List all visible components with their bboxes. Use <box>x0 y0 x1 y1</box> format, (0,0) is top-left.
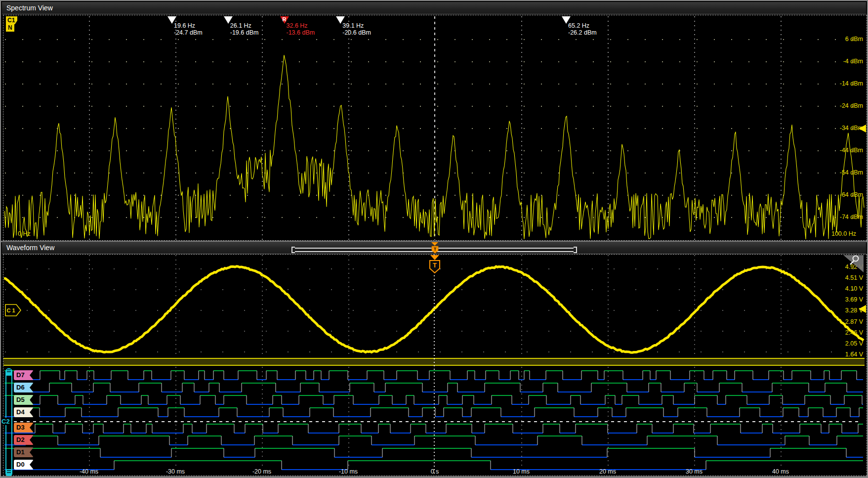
digital-v-gridline <box>694 367 695 469</box>
voltage-tick-label: 4.10 V <box>833 285 863 292</box>
spectrum-amplitude-tick-label: -74 dBm <box>828 214 863 220</box>
digital-v-gridline <box>521 367 522 469</box>
digital-v-gridline <box>175 367 176 469</box>
spectrum-center-gridline <box>434 16 435 240</box>
waveform-v-gridline <box>608 255 609 357</box>
time-tick-label: 10 ms <box>513 468 530 475</box>
digital-group-badge[interactable]: C2 <box>1 418 10 425</box>
trigger-mini-arrow-icon[interactable] <box>431 242 438 246</box>
marker-readout: 26.1 Hz-19.6 dBm <box>230 23 259 36</box>
marker-amplitude-value: -13.6 dBm <box>287 30 315 37</box>
voltage-tick-label: 2.46 V <box>833 329 863 336</box>
waveform-v-gridline <box>175 255 176 357</box>
spectrum-start-frequency-label: 0 Hz <box>18 230 31 237</box>
spectrum-amplitude-tick-label: -4 dBm <box>828 58 863 65</box>
marker-amplitude-value: -26.2 dBm <box>568 30 597 37</box>
marker-frequency-value: 65.2 Hz <box>568 23 597 30</box>
scrollbar-track[interactable] <box>295 248 574 252</box>
time-tick-label: -10 ms <box>339 468 358 475</box>
waveform-v-gridline <box>781 255 782 357</box>
waveform-v-gridline <box>521 255 522 357</box>
voltage-tick-label: 4.51 V <box>833 274 863 281</box>
bottom-border <box>1 476 867 478</box>
spectrum-amplitude-tick-label: -14 dBm <box>828 80 863 87</box>
marker-amplitude-value: -24.7 dBm <box>174 30 203 37</box>
digital-group-threshold-line <box>14 421 860 422</box>
digital-v-gridline <box>781 367 782 469</box>
voltage-tick-label: 1.64 V <box>833 351 863 358</box>
marker-readout: 39.1 Hz-20.6 dBm <box>342 23 371 36</box>
spectrum-amplitude-tick-label: -44 dBm <box>828 147 863 154</box>
voltage-tick-label: 2.05 V <box>833 340 863 347</box>
time-tick-label: -20 ms <box>252 468 271 475</box>
voltage-tick-label: 3.69 V <box>833 296 863 303</box>
spectrum-amplitude-tick-label: -34 dBm <box>828 125 863 131</box>
marker-amplitude-value: -19.6 dBm <box>230 30 259 37</box>
trigger-position-line[interactable] <box>434 255 435 476</box>
time-tick-label: 0 s <box>431 468 439 475</box>
scrollbar-left-bracket-icon[interactable] <box>291 247 295 253</box>
digital-group-bottom-grip[interactable] <box>5 469 12 477</box>
marker-readout: 65.2 Hz-26.2 dBm <box>568 23 597 36</box>
digital-group-top-grip[interactable] <box>5 368 12 376</box>
digital-v-gridline <box>89 367 90 469</box>
waveform-v-gridline <box>694 255 695 357</box>
marker-readout: 19.6 Hz-24.7 dBm <box>174 23 203 36</box>
spectrum-amplitude-tick-label: -54 dBm <box>828 169 863 176</box>
spectrum-reference-level-arrow-icon[interactable] <box>859 125 866 132</box>
voltage-tick-label: 2.87 V <box>833 318 863 325</box>
waveform-v-gridline <box>348 255 349 357</box>
oscilloscope-screen: Spectrum View C1 N 0 Hz 100.0 Hz Wavefor… <box>0 0 868 478</box>
time-tick-label: -40 ms <box>80 468 98 475</box>
analog-channel-level-arrow-icon[interactable] <box>859 305 866 313</box>
waveform-v-gridline <box>262 255 263 357</box>
reference-marker-badge: R <box>283 16 287 22</box>
marker-frequency-value: 19.6 Hz <box>174 23 203 30</box>
zoom-pan-scrollbar[interactable] <box>291 247 577 253</box>
marker-frequency-value: 39.1 Hz <box>342 23 371 30</box>
time-tick-label: 40 ms <box>772 468 789 475</box>
digital-v-gridline <box>608 367 609 469</box>
time-tick-label: 30 ms <box>686 468 703 475</box>
time-tick-label: -30 ms <box>166 468 185 475</box>
time-tick-label: 20 ms <box>599 468 616 475</box>
spectrum-stop-frequency-label: 100.0 Hz <box>831 230 856 237</box>
marker-readout: 32.6 Hz-13.6 dBm <box>287 23 315 36</box>
digital-v-gridline <box>262 367 263 469</box>
spectrum-amplitude-tick-label: 6 dBm <box>828 36 863 43</box>
spectrum-view-titlebar[interactable]: Spectrum View <box>2 2 866 14</box>
marker-amplitude-value: -20.6 dBm <box>342 30 371 37</box>
scrollbar-right-bracket-icon[interactable] <box>574 247 577 253</box>
spectrum-amplitude-tick-label: -64 dBm <box>828 191 863 198</box>
waveform-v-gridline <box>89 255 90 357</box>
spectrum-amplitude-tick-label: -24 dBm <box>828 102 863 109</box>
marker-frequency-value: 32.6 Hz <box>287 23 315 30</box>
digital-v-gridline <box>348 367 349 469</box>
waveform-view-title: Waveform View <box>6 244 54 252</box>
spectrum-view-title: Spectrum View <box>6 4 53 12</box>
marker-frequency-value: 26.1 Hz <box>230 23 259 30</box>
spectrum-trace-mode-badge[interactable]: N <box>6 24 14 32</box>
